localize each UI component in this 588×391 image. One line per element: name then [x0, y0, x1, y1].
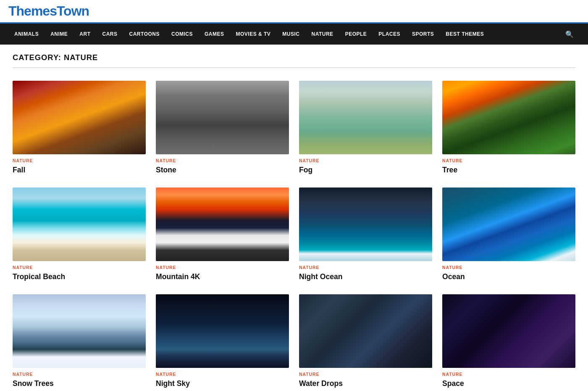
site-header: ThemesTown [0, 0, 588, 24]
main-navigation: ANIMALSANIMEARTCARSCARTOONSCOMICSGAMESMO… [0, 24, 588, 45]
card-image [156, 294, 289, 368]
card-image [13, 294, 146, 368]
card-category-label: NATURE [442, 159, 575, 163]
card-category-label: NATURE [156, 265, 289, 270]
card-title[interactable]: Ocean [442, 272, 575, 282]
card-category-label: NATURE [299, 372, 432, 377]
card-image [13, 81, 146, 154]
card-item[interactable]: NATURESpace [442, 294, 575, 388]
nav-item-cars[interactable]: CARS [97, 24, 123, 45]
card-title[interactable]: Fall [13, 165, 146, 175]
search-icon[interactable]: 🔍 [559, 23, 580, 45]
card-image [442, 188, 575, 261]
card-category-label: NATURE [13, 372, 146, 377]
nav-item-art[interactable]: ART [74, 24, 96, 45]
card-item[interactable]: NATURENight Sky [156, 294, 289, 388]
card-image [442, 294, 575, 368]
card-image [156, 81, 289, 154]
card-item[interactable]: NATUREFall [13, 81, 146, 175]
card-item[interactable]: NATUREWater Drops [299, 294, 432, 388]
card-title[interactable]: Stone [156, 165, 289, 175]
card-image [156, 188, 289, 261]
card-image [442, 81, 575, 154]
card-category-label: NATURE [13, 265, 146, 270]
card-title[interactable]: Snow Trees [13, 379, 146, 388]
card-image [13, 188, 146, 261]
card-category-label: NATURE [156, 159, 289, 163]
card-grid: NATUREFallNATUREStoneNATUREFogNATURETree… [13, 81, 575, 388]
card-category-label: NATURE [13, 159, 146, 163]
card-item[interactable]: NATUREMountain 4K [156, 188, 289, 282]
card-title[interactable]: Tropical Beach [13, 272, 146, 282]
nav-item-games[interactable]: GAMES [199, 24, 230, 45]
card-title[interactable]: Space [442, 379, 575, 388]
card-category-label: NATURE [442, 265, 575, 270]
card-image [299, 81, 432, 154]
card-image [299, 294, 432, 368]
nav-item-places[interactable]: PLACES [373, 24, 406, 45]
card-item[interactable]: NATURENight Ocean [299, 188, 432, 282]
nav-item-best-themes[interactable]: BEST THEMES [440, 24, 490, 45]
card-category-label: NATURE [299, 159, 432, 163]
card-title[interactable]: Fog [299, 165, 432, 175]
card-item[interactable]: NATURESnow Trees [13, 294, 146, 388]
site-logo[interactable]: ThemesTown [8, 3, 580, 19]
card-title[interactable]: Mountain 4K [156, 272, 289, 282]
card-title[interactable]: Night Ocean [299, 272, 432, 282]
nav-item-anime[interactable]: ANIME [45, 24, 74, 45]
nav-item-cartoons[interactable]: CARTOONS [123, 24, 165, 45]
nav-item-nature[interactable]: NATURE [306, 24, 339, 45]
card-image [299, 188, 432, 261]
card-item[interactable]: NATURETree [442, 81, 575, 175]
card-item[interactable]: NATURETropical Beach [13, 188, 146, 282]
card-category-label: NATURE [156, 372, 289, 377]
card-title[interactable]: Water Drops [299, 379, 432, 388]
nav-item-movies---tv[interactable]: MOVIES & TV [230, 24, 277, 45]
card-category-label: NATURE [442, 372, 575, 377]
card-item[interactable]: NATUREFog [299, 81, 432, 175]
nav-item-people[interactable]: PEOPLE [339, 24, 373, 45]
category-title: CATEGORY: NATURE [13, 53, 575, 68]
card-item[interactable]: NATUREOcean [442, 188, 575, 282]
nav-item-comics[interactable]: COMICS [165, 24, 199, 45]
nav-item-animals[interactable]: ANIMALS [8, 24, 45, 45]
nav-item-sports[interactable]: SPORTS [406, 24, 440, 45]
card-category-label: NATURE [299, 265, 432, 270]
card-title[interactable]: Night Sky [156, 379, 289, 388]
card-item[interactable]: NATUREStone [156, 81, 289, 175]
nav-item-music[interactable]: MUSIC [276, 24, 305, 45]
card-title[interactable]: Tree [442, 165, 575, 175]
content-area: CATEGORY: NATURE NATUREFallNATUREStoneNA… [4, 45, 584, 391]
